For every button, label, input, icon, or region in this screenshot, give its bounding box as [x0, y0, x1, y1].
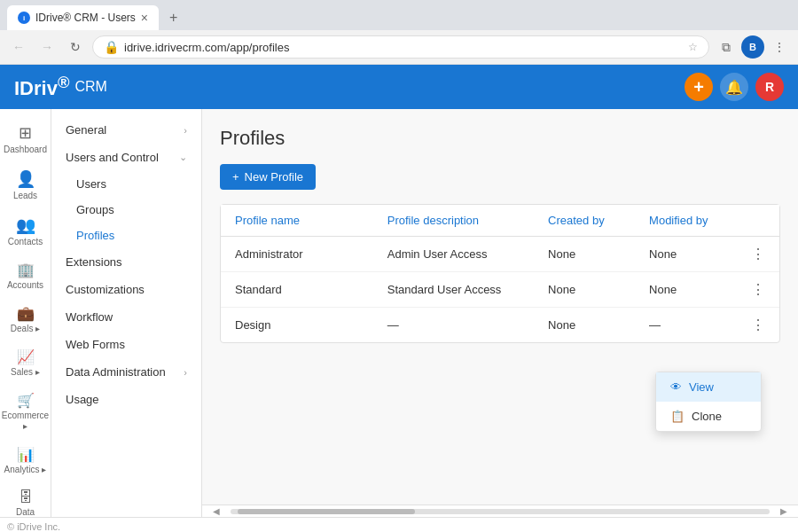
- extensions-label: Extensions: [66, 255, 122, 269]
- horizontal-scrollbar[interactable]: ◀ ▶: [202, 505, 798, 517]
- nav-item-sales[interactable]: 📈 Sales ▸: [0, 341, 51, 385]
- app-container: IDriv® CRM + 🔔 R ⊞ Dashboard 👤 Leads 👥 C…: [0, 65, 798, 517]
- view-icon: 👁: [670, 380, 682, 394]
- col-header-desc[interactable]: Profile description: [373, 205, 534, 237]
- sidebar-item-extensions[interactable]: Extensions: [51, 248, 201, 276]
- col-header-actions: [737, 205, 779, 237]
- nav-item-data-migration[interactable]: 🗄 Data Migration: [0, 482, 51, 517]
- add-btn[interactable]: +: [685, 73, 713, 101]
- menu-btn[interactable]: ⋮: [768, 35, 791, 59]
- page-title: Profiles: [220, 127, 780, 150]
- col-header-created[interactable]: Created by: [534, 205, 635, 237]
- row-3-actions[interactable]: ⋮: [737, 308, 779, 343]
- app-header: IDriv® CRM + 🔔 R: [0, 65, 798, 109]
- nav-label-dashboard: Dashboard: [4, 145, 47, 155]
- row-3-action-btn[interactable]: ⋮: [751, 317, 765, 333]
- row-1-desc: Admin User Access: [373, 237, 534, 272]
- row-1-modified: None: [635, 237, 737, 272]
- bell-btn[interactable]: 🔔: [720, 73, 748, 101]
- col-header-name[interactable]: Profile name: [221, 205, 373, 237]
- data-admin-label: Data Administration: [66, 365, 166, 379]
- row-1-action-btn[interactable]: ⋮: [751, 246, 765, 262]
- back-btn[interactable]: ←: [7, 35, 30, 59]
- clone-icon: 📋: [670, 410, 685, 423]
- row-3-modified: —: [635, 308, 737, 343]
- nav-label-accounts: Accounts: [7, 280, 43, 291]
- nav-item-contacts[interactable]: 👥 Contacts: [0, 208, 51, 254]
- sidebar-item-workflow[interactable]: Workflow: [51, 303, 201, 331]
- nav-label-sales: Sales ▸: [11, 367, 40, 378]
- sidebar-item-general[interactable]: General ›: [51, 116, 201, 144]
- new-profile-label: New Profile: [245, 170, 303, 184]
- analytics-icon: 📊: [17, 446, 35, 463]
- refresh-btn[interactable]: ↻: [64, 35, 87, 59]
- footer: © iDrive Inc.: [0, 517, 798, 532]
- nav-item-ecommerce[interactable]: 🛒 Ecommerce ▸: [0, 385, 51, 439]
- users-label: Users: [76, 177, 106, 191]
- new-profile-button[interactable]: + New Profile: [220, 164, 316, 190]
- row-2-actions[interactable]: ⋮: [737, 272, 779, 308]
- row-3-name: Design: [221, 308, 373, 343]
- scroll-thumb[interactable]: [238, 509, 415, 514]
- nav-item-analytics[interactable]: 📊 Analytics ▸: [0, 439, 51, 482]
- general-chevron: ›: [184, 125, 187, 136]
- profiles-table-container: Profile name Profile description Created…: [220, 204, 780, 343]
- profile-btn[interactable]: B: [741, 35, 764, 59]
- nav-label-analytics: Analytics ▸: [4, 465, 47, 475]
- new-tab-btn[interactable]: +: [162, 6, 184, 29]
- context-menu-view[interactable]: 👁 View: [656, 372, 761, 402]
- sidebar-sub-item-profiles[interactable]: Profiles: [51, 223, 201, 248]
- profiles-label: Profiles: [76, 229, 114, 242]
- nav-item-dashboard[interactable]: ⊞ Dashboard: [0, 116, 51, 162]
- view-label: View: [689, 380, 714, 394]
- new-profile-plus-icon: +: [232, 170, 239, 184]
- table-row: Administrator Admin User Access None Non…: [221, 237, 779, 272]
- address-bar[interactable]: 🔒 idrive.idrivecrm.com/app/profiles ☆: [92, 35, 709, 59]
- logo: IDriv® CRM: [14, 73, 107, 100]
- nav-label-deals: Deals ▸: [11, 324, 40, 334]
- forward-btn[interactable]: →: [35, 35, 59, 59]
- extensions-btn[interactable]: ⧉: [715, 35, 738, 59]
- left-nav: ⊞ Dashboard 👤 Leads 👥 Contacts 🏢 Account…: [0, 109, 51, 517]
- nav-item-leads[interactable]: 👤 Leads: [0, 162, 51, 208]
- row-3-desc: —: [373, 308, 534, 343]
- nav-bar: ← → ↻ 🔒 idrive.idrivecrm.com/app/profile…: [0, 30, 798, 64]
- sidebar-item-usage[interactable]: Usage: [51, 386, 201, 413]
- leads-icon: 👤: [16, 169, 35, 189]
- bookmark-icon[interactable]: ☆: [688, 41, 698, 53]
- footer-text: © iDrive Inc.: [7, 521, 60, 532]
- col-header-modified[interactable]: Modified by: [635, 205, 737, 237]
- row-1-actions[interactable]: ⋮: [737, 237, 779, 272]
- logo-icon: IDriv®: [14, 73, 69, 100]
- table-header-row: Profile name Profile description Created…: [221, 205, 779, 237]
- contacts-icon: 👥: [16, 215, 35, 235]
- tab-close-btn[interactable]: ×: [141, 11, 148, 25]
- profiles-table: Profile name Profile description Created…: [221, 205, 779, 342]
- nav-item-accounts[interactable]: 🏢 Accounts: [0, 254, 51, 298]
- row-1-name: Administrator: [221, 237, 373, 272]
- tab-bar: i IDrive® CRM - Users × +: [0, 0, 798, 30]
- sidebar-sub-item-users[interactable]: Users: [51, 171, 201, 197]
- row-3-created: None: [534, 308, 635, 343]
- usage-label: Usage: [66, 393, 99, 406]
- data-admin-chevron: ›: [184, 367, 187, 378]
- sidebar-item-data-admin[interactable]: Data Administration ›: [51, 358, 201, 386]
- table-row: Design — None — ⋮: [221, 308, 779, 343]
- active-tab[interactable]: i IDrive® CRM - Users ×: [7, 5, 159, 30]
- logo-crm: CRM: [74, 79, 106, 95]
- nav-label-contacts: Contacts: [8, 237, 43, 247]
- header-actions: + 🔔 R: [685, 73, 784, 101]
- sidebar-sub-item-groups[interactable]: Groups: [51, 197, 201, 223]
- accounts-icon: 🏢: [17, 262, 35, 278]
- context-menu-clone[interactable]: 📋 Clone: [656, 402, 761, 431]
- sidebar-item-customizations[interactable]: Customizations: [51, 276, 201, 303]
- context-menu: 👁 View 📋 Clone: [655, 372, 762, 432]
- user-btn[interactable]: R: [755, 73, 784, 101]
- sidebar-item-users-control[interactable]: Users and Control ⌄: [51, 144, 201, 171]
- sales-icon: 📈: [17, 348, 35, 365]
- row-2-action-btn[interactable]: ⋮: [751, 281, 765, 298]
- general-label: General: [66, 123, 106, 137]
- sidebar-item-web-forms[interactable]: Web Forms: [51, 331, 201, 358]
- row-1-created: None: [534, 237, 635, 272]
- nav-item-deals[interactable]: 💼 Deals ▸: [0, 298, 51, 341]
